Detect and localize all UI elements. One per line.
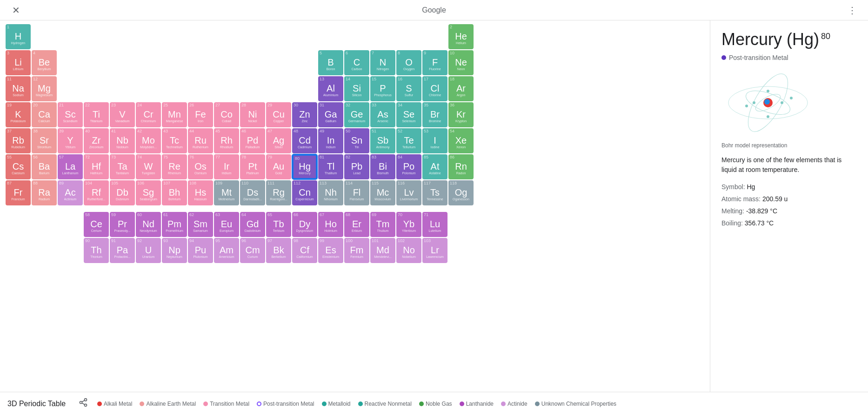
element-kr[interactable]: 36KrKrypton xyxy=(448,102,474,127)
element-lu[interactable]: 71LuLutetium xyxy=(422,212,447,237)
element-w[interactable]: 74WTungsten xyxy=(136,154,161,179)
element-pb[interactable]: 82PbLead xyxy=(344,154,369,179)
element-os[interactable]: 76OsOsmium xyxy=(188,154,213,179)
element-k[interactable]: 19KPotassium xyxy=(6,102,31,127)
element-se[interactable]: 34SeSelenium xyxy=(396,102,421,127)
element-at[interactable]: 85AtAstatine xyxy=(422,154,447,179)
element-pt[interactable]: 78PtPlatinum xyxy=(240,154,265,179)
element-pr[interactable]: 59PrPraseody... xyxy=(110,212,135,237)
element-na[interactable]: 11NaSodium xyxy=(6,76,31,101)
element-ge[interactable]: 32GeGermanium xyxy=(344,102,369,127)
element-cm[interactable]: 96CmCurium xyxy=(240,238,265,263)
element-te[interactable]: 52TeTellurium xyxy=(396,128,421,153)
element-yb[interactable]: 70YbYtterbium xyxy=(396,212,421,237)
element-la[interactable]: 57LaLanthanum xyxy=(58,154,83,179)
element-po[interactable]: 84PoPolonium xyxy=(396,154,421,179)
element-c[interactable]: 6CCarbon xyxy=(344,50,369,75)
element-pm[interactable]: 61PmPromethium xyxy=(162,212,187,237)
element-bh[interactable]: 107BhBohrium xyxy=(162,180,187,205)
element-og[interactable]: 118OgOganesson xyxy=(448,180,474,205)
element-lr[interactable]: 103LrLawrencium xyxy=(422,238,447,263)
element-ds[interactable]: 110DsDarmstadti... xyxy=(240,180,265,205)
element-tb[interactable]: 65TbTerbium xyxy=(266,212,291,237)
element-ba[interactable]: 56BaBarium xyxy=(32,154,57,179)
element-md[interactable]: 101MdMendelevi... xyxy=(370,238,395,263)
element-hg[interactable]: 80HgMercury xyxy=(292,154,317,179)
element-es[interactable]: 99EsEinsteinium xyxy=(318,238,343,263)
element-f[interactable]: 9FFluorine xyxy=(422,50,447,75)
element-ta[interactable]: 73TaTantalum xyxy=(110,154,135,179)
element-s[interactable]: 16SSulfur xyxy=(396,76,421,101)
element-db[interactable]: 105DbDubnium xyxy=(110,180,135,205)
more-options-button[interactable]: ⋮ xyxy=(844,2,861,19)
element-gd[interactable]: 64GdGadolinium xyxy=(240,212,265,237)
close-button[interactable]: ✕ xyxy=(7,2,24,19)
element-rf[interactable]: 104RfRutherford... xyxy=(84,180,109,205)
element-cr[interactable]: 24CrChromium xyxy=(136,102,161,127)
element-am[interactable]: 95AmAmericium xyxy=(214,238,239,263)
element-th[interactable]: 90ThThorium xyxy=(84,238,109,263)
element-cu[interactable]: 29CuCopper xyxy=(266,102,291,127)
element-eu[interactable]: 63EuEuropium xyxy=(214,212,239,237)
element-cd[interactable]: 48CdCadmium xyxy=(292,128,317,153)
element-dy[interactable]: 66DyDysprosium xyxy=(292,212,317,237)
element-hs[interactable]: 108HsHassium xyxy=(188,180,213,205)
element-cf[interactable]: 98CfCalifornium xyxy=(292,238,317,263)
element-ti[interactable]: 22TiTitanium xyxy=(84,102,109,127)
element-fe[interactable]: 26FeIron xyxy=(188,102,213,127)
element-ra[interactable]: 88RaRadium xyxy=(32,180,57,205)
element-zr[interactable]: 40ZrZirconium xyxy=(84,128,109,153)
element-nd[interactable]: 60NdNeodymium xyxy=(136,212,161,237)
element-cn[interactable]: 112CnCopernicium xyxy=(292,180,317,205)
element-ac[interactable]: 89AcActinium xyxy=(58,180,83,205)
element-cl[interactable]: 17ClChlorine xyxy=(422,76,447,101)
element-fm[interactable]: 100FmFermium xyxy=(344,238,369,263)
element-ni[interactable]: 28NiNickel xyxy=(240,102,265,127)
element-rn[interactable]: 86RnRadon xyxy=(448,154,474,179)
element-rh[interactable]: 45RhRhodium xyxy=(214,128,239,153)
element-b[interactable]: 5BBoron xyxy=(318,50,343,75)
element-mo[interactable]: 42MoMolybden... xyxy=(136,128,161,153)
element-cs[interactable]: 55CsCaesium xyxy=(6,154,31,179)
element-ce[interactable]: 58CeCerium xyxy=(84,212,109,237)
element-v[interactable]: 23VVanadium xyxy=(110,102,135,127)
element-sn[interactable]: 50SnTin xyxy=(344,128,369,153)
element-al[interactable]: 13AlAluminium xyxy=(318,76,343,101)
element-nh[interactable]: 113NhNihonium xyxy=(318,180,343,205)
element-p[interactable]: 15PPhosphorus xyxy=(370,76,395,101)
element-tc[interactable]: 43TcTechnetium xyxy=(162,128,187,153)
element-ag[interactable]: 47AgSilver xyxy=(266,128,291,153)
element-re[interactable]: 75ReRhenium xyxy=(162,154,187,179)
element-xe[interactable]: 54XeXenon xyxy=(448,128,474,153)
element-ho[interactable]: 67HoHolmium xyxy=(318,212,343,237)
element-mt[interactable]: 109MtMeitnerium xyxy=(214,180,239,205)
element-h[interactable]: 1HHydrogen xyxy=(6,24,31,49)
element-rb[interactable]: 37RbRubidium xyxy=(6,128,31,153)
element-y[interactable]: 39YYttrium xyxy=(58,128,83,153)
element-n[interactable]: 7NNitrogen xyxy=(370,50,395,75)
element-zn[interactable]: 30ZnZinc xyxy=(292,102,317,127)
element-br[interactable]: 35BrBromine xyxy=(422,102,447,127)
element-sb[interactable]: 51SbAntimony xyxy=(370,128,395,153)
element-er[interactable]: 68ErErbium xyxy=(344,212,369,237)
element-fr[interactable]: 87FrFrancium xyxy=(6,180,31,205)
element-co[interactable]: 27CoCobalt xyxy=(214,102,239,127)
element-as[interactable]: 33AsArsenic xyxy=(370,102,395,127)
element-u[interactable]: 92UUranium xyxy=(136,238,161,263)
element-be[interactable]: 4BeBeryllium xyxy=(32,50,57,75)
element-rg[interactable]: 111RgRoentgeni... xyxy=(266,180,291,205)
element-bi[interactable]: 83BiBismuth xyxy=(370,154,395,179)
element-hf[interactable]: 72HfHafnium xyxy=(84,154,109,179)
element-au[interactable]: 79AuGold xyxy=(266,154,291,179)
element-pd[interactable]: 46PdPalladium xyxy=(240,128,265,153)
element-mc[interactable]: 115McMoscovium xyxy=(370,180,395,205)
element-lv[interactable]: 116LvLivermorium xyxy=(396,180,421,205)
element-ca[interactable]: 20CaCalcium xyxy=(32,102,57,127)
element-in[interactable]: 49InIndium xyxy=(318,128,343,153)
element-ru[interactable]: 44RuRuthenium xyxy=(188,128,213,153)
element-sc[interactable]: 21ScScandium xyxy=(58,102,83,127)
element-ne[interactable]: 10NeNeon xyxy=(448,50,474,75)
element-nb[interactable]: 41NbNiobium xyxy=(110,128,135,153)
element-no[interactable]: 102NoNobelium xyxy=(396,238,421,263)
element-mn[interactable]: 25MnManganese xyxy=(162,102,187,127)
